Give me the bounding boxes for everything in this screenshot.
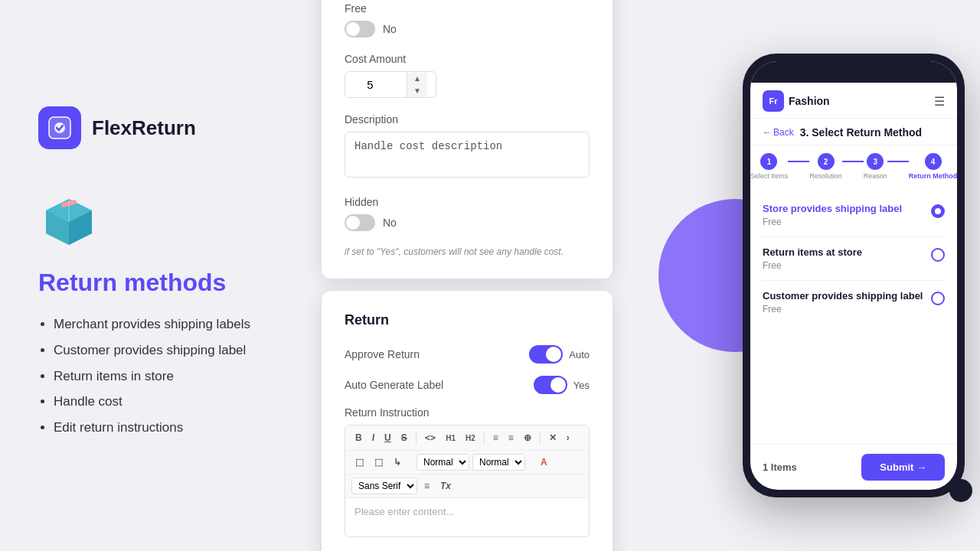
free-label: Free	[345, 2, 590, 15]
phone-nav: ← Back 3. Select Return Method	[750, 119, 957, 145]
description-textarea[interactable]: Handle cost description	[345, 132, 590, 178]
bold-btn[interactable]: B	[351, 430, 366, 445]
indent-in-btn[interactable]: ↳	[390, 455, 405, 470]
format-select1[interactable]: Normal	[416, 454, 469, 471]
method-2-name: Return items at store	[763, 246, 862, 258]
decrement-btn[interactable]: ▼	[407, 85, 427, 97]
h1-btn[interactable]: H1	[442, 430, 459, 445]
more-btn[interactable]: ›	[563, 430, 573, 445]
underline-btn[interactable]: U	[381, 430, 395, 445]
hidden-toggle-value: No	[383, 217, 397, 229]
step-line-1-2	[788, 161, 809, 162]
step-3: 3 Reason	[864, 153, 887, 180]
left-section: FlexReturn Return methods Merchant provi…	[0, 76, 322, 475]
step-1: 1 Select Items	[750, 153, 788, 180]
step-line-2-3	[842, 161, 864, 162]
logo-area: FlexReturn	[38, 106, 283, 149]
phone-header: Fr Fashion ☰	[750, 83, 957, 119]
feature-item-4: Handle cost	[54, 393, 283, 411]
increment-btn[interactable]: ▲	[407, 73, 427, 85]
cost-amount-field-group: Cost Amount ▲ ▼	[345, 53, 590, 98]
app-name: FlexReturn	[92, 116, 196, 140]
handle-cost-panel: Handle Cost Free No Cost Amount ▲ ▼	[322, 0, 612, 279]
free-toggle-row: No	[345, 21, 590, 37]
auto-generate-value: Yes	[573, 380, 590, 391]
align-justify-btn[interactable]: ≡	[420, 478, 433, 494]
method-3-price: Free	[763, 304, 923, 315]
description-field-group: Description Handle cost description	[345, 113, 590, 181]
rich-text-editor: B I U S <> H1 H2 ≡ ≡ ⊕ ✕ ›	[345, 425, 590, 537]
content-area: Handle Cost Free No Cost Amount ▲ ▼	[322, 0, 980, 551]
return-panel-title: Return	[345, 312, 590, 328]
clear-format-btn[interactable]: Tx	[436, 478, 455, 494]
approve-return-toggle[interactable]	[529, 345, 563, 364]
format-select2[interactable]: Normal	[472, 454, 525, 471]
hidden-hint: if set to "Yes", customers will not see …	[345, 246, 590, 257]
back-label: Back	[773, 127, 794, 138]
step-2: 2 Resolution	[809, 153, 842, 180]
back-button[interactable]: ← Back	[763, 127, 794, 138]
step-indicator: 1 Select Items 2 Resolution 3	[750, 145, 957, 187]
phone-screen: Fr Fashion ☰ ← Back 3. Select Return Met…	[750, 61, 957, 490]
free-toggle[interactable]	[345, 21, 375, 37]
method-item-3[interactable]: Customer provides shipping label Free	[763, 281, 945, 324]
phone-logo-icon: Fr	[763, 90, 784, 112]
section-title: Return methods	[38, 269, 283, 297]
feature-list: Merchant provides shipping labels Custom…	[38, 315, 283, 437]
editor-content[interactable]: Please enter content...	[345, 498, 589, 536]
strikethrough-btn[interactable]: S	[397, 430, 411, 445]
hidden-toggle[interactable]	[345, 214, 375, 231]
step-2-circle: 2	[818, 153, 835, 170]
free-toggle-value: No	[383, 23, 397, 35]
return-instruction-label: Return Instruction	[345, 406, 590, 419]
method-1-name: Store provides shipping label	[763, 203, 902, 214]
toolbar-sep1	[416, 432, 416, 444]
box-illustration	[38, 195, 100, 249]
phone-step-title: 3. Select Return Method	[800, 126, 922, 139]
method-item-1[interactable]: Store provides shipping label Free	[763, 194, 945, 237]
indent-btn[interactable]: ⊕	[520, 430, 535, 445]
free-field-group: Free No	[345, 2, 590, 37]
align-center-btn[interactable]: ⬚	[371, 455, 387, 470]
method-2-radio	[931, 248, 945, 262]
phone-notch-area	[750, 61, 957, 83]
feature-item-5: Edit return instructions	[54, 419, 283, 437]
auto-generate-toggle[interactable]	[534, 376, 567, 394]
method-2-price: Free	[763, 260, 862, 271]
italic-btn[interactable]: I	[368, 430, 378, 445]
phone-notch	[823, 65, 884, 79]
editor-toolbar-row3: Sans Serif ≡ Tx	[345, 474, 589, 498]
color-btn[interactable]: A	[537, 455, 551, 470]
cost-amount-input-wrap: ▲ ▼	[345, 71, 436, 98]
phone-footer: 1 Items Submit →	[750, 444, 957, 490]
hidden-field-group: Hidden No	[345, 196, 590, 231]
method-item-2[interactable]: Return items at store Free	[763, 237, 945, 281]
clear-btn[interactable]: ✕	[545, 430, 560, 445]
code-btn[interactable]: <>	[421, 430, 439, 445]
align-left-btn[interactable]: ⬚	[351, 455, 368, 470]
return-methods-list: Store provides shipping label Free Retur…	[750, 187, 957, 444]
phone-menu-icon[interactable]: ☰	[934, 94, 945, 109]
h2-btn[interactable]: H2	[462, 430, 479, 445]
editor-toolbar-row2: ⬚ ⬚ ↳ Normal Normal A	[345, 451, 589, 474]
toolbar-sep3	[540, 432, 541, 444]
feature-item-3: Return items in store	[54, 367, 283, 386]
ordered-list-btn[interactable]: ≡	[505, 430, 518, 445]
toolbar-sep2	[484, 432, 485, 444]
approve-return-value: Auto	[569, 349, 590, 360]
phone-brand-name: Fashion	[789, 95, 830, 107]
bullet-list-btn[interactable]: ≡	[489, 430, 502, 445]
step-4-label: Return Method	[909, 172, 957, 180]
font-family-select[interactable]: Sans Serif	[351, 478, 417, 494]
back-arrow: ←	[763, 127, 772, 138]
submit-button[interactable]: Submit →	[861, 454, 945, 481]
app-logo-icon	[38, 106, 81, 149]
approve-return-row: Approve Return Auto	[345, 345, 590, 364]
method-1-radio	[931, 204, 945, 218]
phone-logo-text: Fr	[769, 96, 778, 106]
step-2-label: Resolution	[809, 172, 842, 180]
step-4-circle: 4	[925, 153, 942, 170]
submit-label: Submit →	[880, 461, 926, 473]
cost-amount-input[interactable]	[345, 72, 407, 97]
editor-toolbar-row1: B I U S <> H1 H2 ≡ ≡ ⊕ ✕ ›	[345, 425, 589, 451]
